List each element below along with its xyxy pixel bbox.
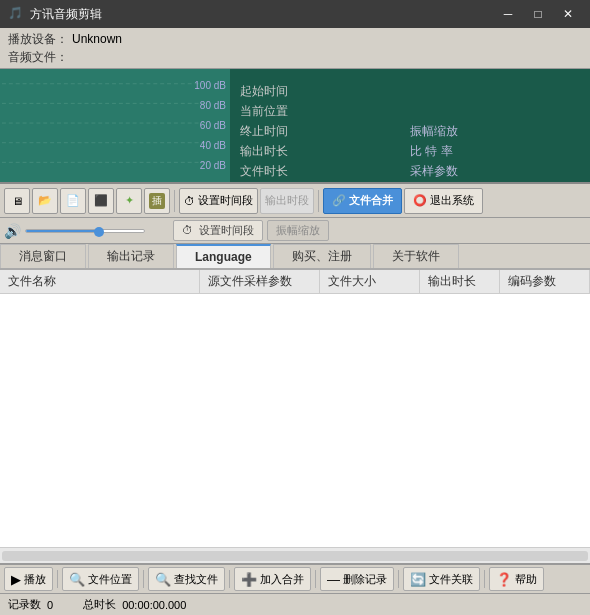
add-merge-btn[interactable]: ➕ 加入合并	[234, 567, 311, 591]
bt-sep-3	[229, 570, 230, 588]
scroll-track	[2, 551, 588, 561]
folder-icon: 📂	[38, 194, 52, 207]
delete-label: 删除记录	[343, 572, 387, 587]
set-segment-btn[interactable]: ⏱ 设置时间段	[179, 188, 258, 214]
exit-icon: ⭕	[413, 194, 427, 207]
title-bar: 🎵 方讯音频剪辑 ─ □ ✕	[0, 0, 590, 28]
volume-slider[interactable]	[25, 229, 145, 233]
file-duration-label: 文件时长	[240, 163, 310, 180]
app-icon: 🎵	[8, 6, 24, 22]
tab-messages[interactable]: 消息窗口	[0, 244, 86, 268]
tab-buy[interactable]: 购买、注册	[273, 244, 371, 268]
volume-fill	[26, 230, 97, 232]
exit-system-btn[interactable]: ⭕ 退出系统	[404, 188, 483, 214]
volume-thumb	[94, 227, 104, 237]
amplitude-btn[interactable]: 振幅缩放	[267, 220, 329, 241]
db-20: 20 dB	[194, 160, 226, 171]
tab-about[interactable]: 关于软件	[373, 244, 459, 268]
bt-sep-4	[315, 570, 316, 588]
horizontal-scrollbar[interactable]	[0, 547, 590, 563]
help-btn[interactable]: ❓ 帮助	[489, 567, 544, 591]
db-80: 80 dB	[194, 100, 226, 111]
bt-sep-2	[143, 570, 144, 588]
search-icon: 🔍	[155, 572, 171, 587]
wand-icon: ✦	[125, 194, 134, 207]
toolbar-sep-1	[174, 190, 175, 212]
amplitude-label: 振幅缩放	[410, 123, 458, 140]
tab-output-label: 输出记录	[107, 248, 155, 265]
record-count-label: 记录数	[8, 597, 41, 612]
col-filename: 文件名称	[0, 270, 200, 293]
monitor-icon: 🖥	[12, 195, 23, 207]
search-file-btn[interactable]: 🔍 查找文件	[148, 567, 225, 591]
file-btn[interactable]: 📄	[60, 188, 86, 214]
assoc-icon: 🔄	[410, 572, 426, 587]
merge-icon: 🔗	[332, 194, 346, 207]
col-codec: 编码参数	[500, 270, 590, 293]
plugin-btn[interactable]: 插	[144, 188, 170, 214]
play-btn[interactable]: ▶ 播放	[4, 567, 53, 591]
tab-messages-label: 消息窗口	[19, 248, 67, 265]
toolbar-sep-2	[318, 190, 319, 212]
table-body	[0, 294, 590, 547]
delete-record-btn[interactable]: — 删除记录	[320, 567, 394, 591]
bt-sep-1	[57, 570, 58, 588]
status-bar: 记录数 0 总时长 00:00:00.000	[0, 593, 590, 615]
info-bar: 播放设备： Unknown 音频文件：	[0, 28, 590, 69]
close-button[interactable]: ✕	[554, 4, 582, 24]
total-duration-label: 总时长	[83, 597, 116, 612]
file-label: 音频文件：	[8, 49, 68, 66]
file-location-label: 文件位置	[88, 572, 132, 587]
bt-sep-6	[484, 570, 485, 588]
help-label: 帮助	[515, 572, 537, 587]
file-icon: 📄	[66, 194, 80, 207]
play-label: 播放	[24, 572, 46, 587]
waveform-display: 100 dB 80 dB 60 dB 40 dB 20 dB	[0, 69, 230, 182]
clip-btn[interactable]: ⬛	[88, 188, 114, 214]
tabs-row: 消息窗口 输出记录 Language 购买、注册 关于软件	[0, 244, 590, 270]
tab-language-label: Language	[195, 250, 252, 264]
output-duration-label: 输出时长	[240, 143, 310, 160]
wand-btn[interactable]: ✦	[116, 188, 142, 214]
segment-btn2[interactable]: ⏱ 设置时间段	[173, 220, 263, 241]
seg-icon: ⏱	[182, 224, 193, 236]
minimize-button[interactable]: ─	[494, 4, 522, 24]
file-assoc-btn[interactable]: 🔄 文件关联	[403, 567, 480, 591]
tab-buy-label: 购买、注册	[292, 248, 352, 265]
current-pos-label: 当前位置	[240, 103, 310, 120]
help-icon: ❓	[496, 572, 512, 587]
table-header: 文件名称 源文件采样参数 文件大小 输出时长 编码参数	[0, 270, 590, 294]
monitor-btn[interactable]: 🖥	[4, 188, 30, 214]
col-duration: 输出时长	[420, 270, 500, 293]
total-duration-value: 00:00:00.000	[122, 599, 186, 611]
merge-files-btn[interactable]: 🔗 文件合并	[323, 188, 402, 214]
file-location-btn[interactable]: 🔍 文件位置	[62, 567, 139, 591]
plugin-icon: 插	[149, 193, 165, 209]
record-count-value: 0	[47, 599, 53, 611]
tab-output[interactable]: 输出记录	[88, 244, 174, 268]
db-60: 60 dB	[194, 120, 226, 131]
total-duration-item: 总时长 00:00:00.000	[83, 597, 186, 612]
record-count-item: 记录数 0	[8, 597, 53, 612]
amp-label: 振幅缩放	[276, 224, 320, 236]
waveform-info-panel: 起始时间 当前位置 终止时间 输出时长 文件时长	[230, 69, 590, 182]
seg-label: 设置时间段	[199, 224, 254, 236]
set-segment-label: 设置时间段	[198, 193, 253, 208]
waveform-section: 100 dB 80 dB 60 dB 40 dB 20 dB 起始时间 当前位置…	[0, 69, 590, 184]
sample-label: 采样参数	[410, 163, 458, 180]
search-file-label: 查找文件	[174, 572, 218, 587]
db-100: 100 dB	[194, 80, 226, 91]
add-merge-label: 加入合并	[260, 572, 304, 587]
bt-sep-5	[398, 570, 399, 588]
col-filesize: 文件大小	[320, 270, 420, 293]
maximize-button[interactable]: □	[524, 4, 552, 24]
output-segment-btn[interactable]: 输出时段	[260, 188, 314, 214]
add-icon: ➕	[241, 572, 257, 587]
file-assoc-label: 文件关联	[429, 572, 473, 587]
delete-icon: —	[327, 572, 340, 587]
play-icon: ▶	[11, 572, 21, 587]
tab-language[interactable]: Language	[176, 244, 271, 268]
main-toolbar: 🖥 📂 📄 ⬛ ✦ 插 ⏱ 设置时间段 输出时段 🔗 文件合并	[0, 184, 590, 218]
start-time-label: 起始时间	[240, 83, 310, 100]
folder-btn[interactable]: 📂	[32, 188, 58, 214]
